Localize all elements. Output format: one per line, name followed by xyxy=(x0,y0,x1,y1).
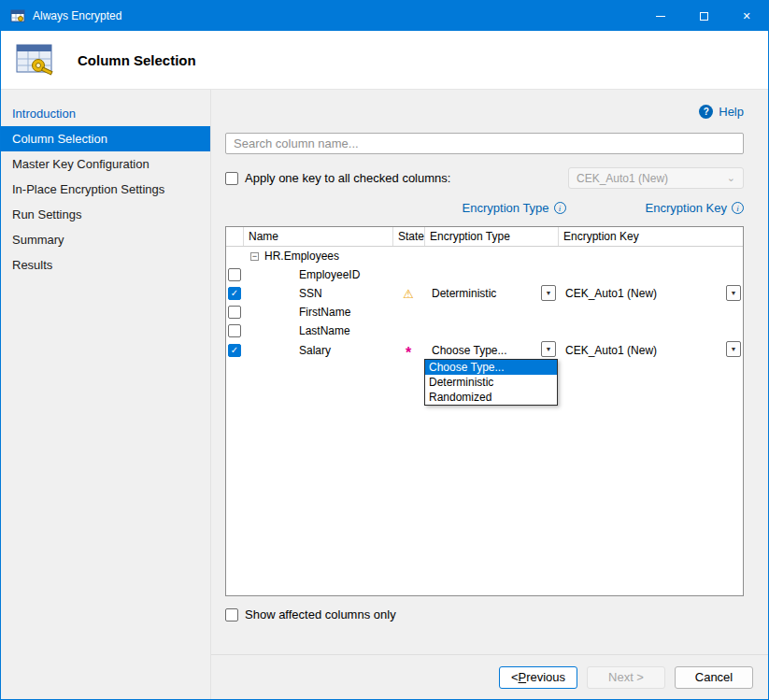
column-selection-icon xyxy=(14,40,57,79)
dropdown-option-randomized[interactable]: Randomized xyxy=(425,390,557,405)
encryption-type-dropdown-list: Choose Type... Deterministic Randomized xyxy=(424,359,558,406)
encryption-type-info-icon[interactable]: i xyxy=(554,202,566,214)
maximize-button[interactable] xyxy=(682,1,725,31)
column-name: LastName xyxy=(299,324,350,337)
table-row-group[interactable]: − HR.Employees xyxy=(226,247,743,265)
group-label: HR.Employees xyxy=(264,250,339,263)
table-row-employeeid[interactable]: EmployeeID xyxy=(226,265,743,284)
salary-checkbox[interactable]: ✓ xyxy=(228,344,241,357)
dropdown-arrow-icon[interactable]: ▼ xyxy=(726,341,741,357)
previous-label-rest: revious xyxy=(526,670,565,684)
ssn-encryption-type-select[interactable]: Deterministic ▼ xyxy=(424,284,558,303)
help-link[interactable]: Help xyxy=(719,105,744,119)
employeeid-checkbox[interactable] xyxy=(228,268,241,281)
ssn-encryption-key-select[interactable]: CEK_Auto1 (New) ▼ xyxy=(558,284,743,303)
dropdown-option-deterministic[interactable]: Deterministic xyxy=(425,375,557,390)
lastname-checkbox[interactable] xyxy=(228,324,241,337)
show-affected-columns-checkbox[interactable] xyxy=(225,608,238,621)
apply-one-key-checkbox[interactable] xyxy=(225,172,238,185)
cancel-button[interactable]: Cancel xyxy=(675,666,753,689)
salary-encryption-type-select[interactable]: Choose Type... ▼ xyxy=(424,340,558,361)
window-title: Always Encrypted xyxy=(33,9,121,22)
wizard-steps-sidebar: Introduction Column Selection Master Key… xyxy=(1,90,211,699)
next-button[interactable]: Next > xyxy=(587,666,665,689)
table-row-firstname[interactable]: FirstName xyxy=(226,303,743,321)
salary-encryption-key-select[interactable]: CEK_Auto1 (New) ▼ xyxy=(558,340,743,361)
apply-key-selected-value: CEK_Auto1 (New) xyxy=(577,172,668,185)
header-encryption-key: Encryption Key xyxy=(558,227,743,246)
collapse-expander-icon[interactable]: − xyxy=(250,252,259,261)
show-affected-columns-label: Show affected columns only xyxy=(245,607,396,621)
encryption-type-link[interactable]: Encryption Type xyxy=(463,201,549,215)
sidebar-item-column-selection[interactable]: Column Selection xyxy=(1,126,210,151)
dropdown-option-choose-type[interactable]: Choose Type... xyxy=(425,360,557,375)
window-controls: ✕ xyxy=(639,1,768,31)
previous-label-mnemonic: P xyxy=(519,670,527,684)
header-name: Name xyxy=(243,227,392,246)
search-column-input[interactable] xyxy=(225,133,744,154)
ssn-encryption-key-value: CEK_Auto1 (New) xyxy=(565,287,657,300)
previous-label-prefix: < xyxy=(511,670,519,684)
required-icon: * xyxy=(406,346,411,361)
dropdown-arrow-icon[interactable]: ▼ xyxy=(726,285,741,301)
previous-button[interactable]: < Previous xyxy=(499,666,577,689)
column-name: SSN xyxy=(299,287,322,300)
maximize-icon xyxy=(700,12,708,21)
close-icon: ✕ xyxy=(742,10,750,22)
encryption-key-info-icon[interactable]: i xyxy=(732,202,744,214)
encryption-key-link[interactable]: Encryption Key xyxy=(646,201,727,215)
wizard-footer: < Previous Next > Cancel xyxy=(211,654,768,699)
dropdown-arrow-icon[interactable]: ▼ xyxy=(541,285,556,301)
firstname-checkbox[interactable] xyxy=(228,306,241,319)
column-name: Salary xyxy=(299,344,331,357)
header-checkbox-column xyxy=(226,227,243,246)
page-title: Column Selection xyxy=(78,52,196,68)
minimize-button[interactable] xyxy=(639,1,682,31)
chevron-down-icon: ⌄ xyxy=(727,172,735,184)
dropdown-arrow-icon[interactable]: ▼ xyxy=(541,341,556,357)
sidebar-item-introduction[interactable]: Introduction xyxy=(1,101,210,126)
warning-icon: ⚠ xyxy=(403,288,414,300)
minimize-icon xyxy=(656,16,665,17)
columns-grid-header: Name State Encryption Type Encryption Ke… xyxy=(226,227,743,247)
close-button[interactable]: ✕ xyxy=(725,1,768,31)
salary-encryption-type-value: Choose Type... xyxy=(432,344,507,357)
sidebar-item-in-place-encryption-settings[interactable]: In-Place Encryption Settings xyxy=(1,177,210,202)
titlebar: Always Encrypted ✕ xyxy=(1,1,768,31)
wizard-header: Column Selection xyxy=(1,31,768,90)
salary-encryption-key-value: CEK_Auto1 (New) xyxy=(565,344,657,357)
ssn-checkbox[interactable]: ✓ xyxy=(228,287,241,300)
sidebar-item-summary[interactable]: Summary xyxy=(1,227,210,252)
sidebar-item-results[interactable]: Results xyxy=(1,252,210,278)
column-selection-panel: ? Help Apply one key to all checked colu… xyxy=(211,90,768,654)
ssn-encryption-type-value: Deterministic xyxy=(432,287,496,300)
table-row-lastname[interactable]: LastName xyxy=(226,321,743,340)
app-icon xyxy=(10,8,25,23)
columns-grid: Name State Encryption Type Encryption Ke… xyxy=(225,226,744,596)
sidebar-item-run-settings[interactable]: Run Settings xyxy=(1,202,210,227)
table-row-salary[interactable]: ✓ Salary * Choose Type... ▼ CEK_Auto1 (N… xyxy=(226,340,743,359)
table-row-ssn[interactable]: ✓ SSN ⚠ Deterministic ▼ CEK_Auto1 (New) … xyxy=(226,284,743,303)
column-name: EmployeeID xyxy=(299,268,360,281)
apply-key-select[interactable]: CEK_Auto1 (New) ⌄ xyxy=(568,167,744,189)
apply-one-key-label: Apply one key to all checked columns: xyxy=(245,171,450,185)
column-name: FirstName xyxy=(299,306,350,319)
always-encrypted-window: Always Encrypted ✕ Column Selection xyxy=(0,0,769,700)
help-icon: ? xyxy=(699,105,713,119)
sidebar-item-master-key-configuration[interactable]: Master Key Configuration xyxy=(1,151,210,177)
header-encryption-type: Encryption Type xyxy=(424,227,558,246)
header-state: State xyxy=(392,227,424,246)
